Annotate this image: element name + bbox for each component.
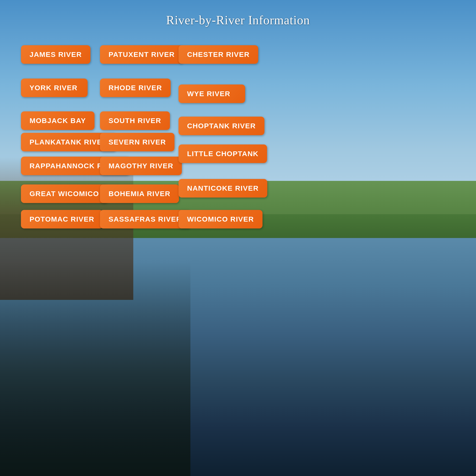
patuxent-river-button[interactable]: PATUXENT RIVER (100, 45, 183, 64)
wye-river-button[interactable]: WYE RIVER (178, 85, 245, 103)
chester-river-button[interactable]: CHESTER RIVER (178, 45, 258, 64)
south-river-button[interactable]: SOUTH RIVER (100, 111, 170, 130)
little-choptank-button[interactable]: LITTLE CHOPTANK (178, 144, 267, 163)
wicomico-river-button[interactable]: WICOMICO RIVER (178, 210, 262, 228)
great-wicomico-button[interactable]: GREAT WICOMICO (21, 185, 108, 203)
mobjack-bay-button[interactable]: MOBJACK BAY (21, 111, 95, 130)
boat-area-layer (0, 262, 190, 476)
nanticoke-river-button[interactable]: NANTICOKE RIVER (178, 179, 267, 198)
magothy-river-button[interactable]: MAGOTHY RIVER (100, 157, 182, 175)
rhode-river-button[interactable]: RHODE RIVER (100, 79, 171, 97)
potomac-river-button[interactable]: POTOMAC RIVER (21, 210, 103, 228)
york-river-button[interactable]: YORK RIVER (21, 79, 87, 97)
bohemia-river-button[interactable]: BOHEMIA RIVER (100, 185, 179, 203)
sassafras-river-button[interactable]: SASSAFRAS RIVER (100, 210, 190, 228)
james-river-button[interactable]: JAMES RIVER (21, 45, 90, 64)
page-title: River-by-River Information (0, 13, 476, 27)
severn-river-button[interactable]: SEVERN RIVER (100, 133, 174, 151)
choptank-river-button[interactable]: CHOPTANK RIVER (178, 117, 264, 135)
